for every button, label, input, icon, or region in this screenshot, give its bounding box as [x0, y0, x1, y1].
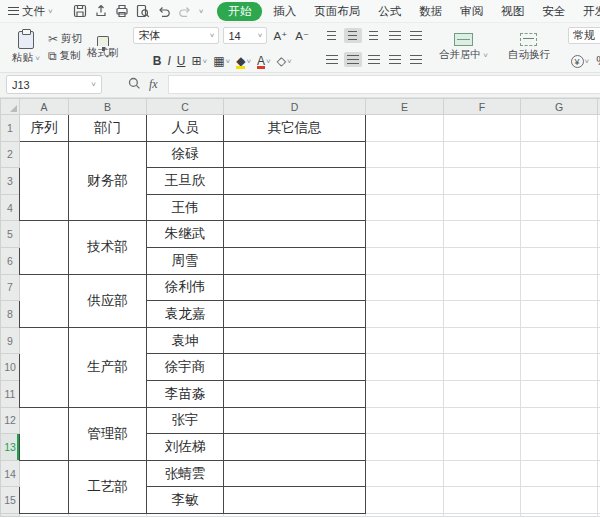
row-header-12[interactable]: 12 [1, 407, 20, 434]
underline-button[interactable]: U [177, 54, 186, 68]
cell-G9[interactable] [521, 327, 598, 354]
cell-B5[interactable]: 技术部 [69, 221, 147, 274]
cell-D4[interactable] [224, 194, 366, 221]
cell-D14[interactable] [224, 460, 366, 487]
align-bottom-button[interactable] [365, 28, 383, 43]
formula-input[interactable] [168, 75, 600, 94]
italic-button[interactable]: I [167, 54, 170, 68]
cell-F6[interactable] [444, 247, 521, 274]
cell-C14[interactable]: 张蜻雲 [147, 460, 224, 487]
cell-G8[interactable] [521, 301, 598, 328]
cell-G16[interactable] [521, 513, 598, 516]
font-name-combo[interactable]: 宋体˅ [133, 27, 219, 44]
cell-D5[interactable] [224, 221, 366, 248]
save-icon[interactable] [73, 4, 87, 18]
cell-G11[interactable] [521, 380, 598, 407]
cell-F14[interactable] [444, 460, 521, 487]
justify-button[interactable] [386, 52, 404, 67]
cell-F12[interactable] [444, 407, 521, 434]
cell-D15[interactable] [224, 487, 366, 514]
cell-D3[interactable] [224, 168, 366, 195]
cell-C9[interactable]: 袁坤 [147, 327, 224, 354]
format-painter-button[interactable]: 格式刷 [84, 34, 122, 62]
cell-E14[interactable] [366, 460, 444, 487]
row-header-8[interactable]: 8 [1, 301, 20, 328]
align-top-button[interactable] [323, 28, 341, 43]
column-header-A[interactable]: A [20, 99, 69, 115]
tab-9[interactable]: 开发工具 [574, 2, 600, 21]
cell-F3[interactable] [444, 168, 521, 195]
row-header-10[interactable]: 10 [1, 354, 20, 381]
cell-A1[interactable]: 序列 [20, 115, 69, 142]
print-icon[interactable] [115, 4, 129, 18]
align-center-button[interactable] [344, 52, 362, 67]
cell-D8[interactable] [224, 301, 366, 328]
align-left-button[interactable] [323, 52, 341, 67]
cell-F1[interactable] [444, 115, 521, 142]
cell-D13[interactable] [224, 434, 366, 461]
cell-G2[interactable] [521, 141, 598, 168]
distributed-button[interactable] [407, 52, 425, 67]
decrease-indent-button[interactable] [386, 28, 404, 43]
cell-B14[interactable]: 工艺部 [69, 460, 147, 513]
cut-button[interactable]: ✂剪切 [48, 32, 82, 46]
column-header-C[interactable]: C [147, 99, 224, 115]
cell-G4[interactable] [521, 194, 598, 221]
row-header-3[interactable]: 3 [1, 168, 20, 195]
cell-F16[interactable] [444, 513, 521, 516]
row-header-13[interactable]: 13 [1, 434, 20, 461]
cell-B16[interactable] [69, 513, 147, 516]
column-header-E[interactable]: E [366, 99, 444, 115]
percent-button[interactable]: % [596, 54, 600, 68]
cell-A16[interactable] [20, 513, 69, 516]
cell-C6[interactable]: 周雪 [147, 247, 224, 274]
customize-toolbar-icon[interactable]: ˅ [199, 7, 204, 16]
cell-E13[interactable] [366, 434, 444, 461]
cell-C2[interactable]: 徐碌 [147, 141, 224, 168]
cell-F4[interactable] [444, 194, 521, 221]
cell-D6[interactable] [224, 247, 366, 274]
cell-E9[interactable] [366, 327, 444, 354]
cell-F11[interactable] [444, 380, 521, 407]
row-header-2[interactable]: 2 [1, 141, 20, 168]
cell-F8[interactable] [444, 301, 521, 328]
redo-icon[interactable] [178, 5, 192, 18]
cell-A9[interactable] [20, 327, 69, 407]
cell-D11[interactable] [224, 380, 366, 407]
row-header-15[interactable]: 15 [1, 487, 20, 514]
fill-color-button[interactable]: ◆˅ [236, 56, 251, 67]
merge-center-button[interactable]: 合并居中 ˅ [433, 33, 494, 62]
fx-button[interactable]: fx [149, 77, 158, 92]
cell-E16[interactable] [366, 513, 444, 516]
cell-G5[interactable] [521, 221, 598, 248]
cell-E11[interactable] [366, 380, 444, 407]
cell-A12[interactable] [20, 407, 69, 460]
column-header-G[interactable]: G [521, 99, 598, 115]
shading-button[interactable]: ▦˅ [213, 54, 230, 68]
cell-G15[interactable] [521, 487, 598, 514]
cell-C16[interactable] [147, 513, 224, 516]
cell-G6[interactable] [521, 247, 598, 274]
tab-1[interactable]: 开始 [217, 2, 262, 21]
output-icon[interactable] [94, 4, 108, 18]
cell-B12[interactable]: 管理部 [69, 407, 147, 460]
tab-5[interactable]: 数据 [410, 2, 451, 21]
tab-8[interactable]: 安全 [533, 2, 574, 21]
cell-D2[interactable] [224, 141, 366, 168]
cell-G13[interactable] [521, 434, 598, 461]
cell-D10[interactable] [224, 354, 366, 381]
cell-C3[interactable]: 王旦欣 [147, 168, 224, 195]
cell-C5[interactable]: 朱继武 [147, 221, 224, 248]
cell-E4[interactable] [366, 194, 444, 221]
cell-E12[interactable] [366, 407, 444, 434]
row-header-5[interactable]: 5 [1, 221, 20, 248]
cell-C4[interactable]: 王伟 [147, 194, 224, 221]
cell-A14[interactable] [20, 460, 69, 513]
cell-C15[interactable]: 李敏 [147, 487, 224, 514]
cell-F15[interactable] [444, 487, 521, 514]
tab-4[interactable]: 公式 [369, 2, 410, 21]
tab-3[interactable]: 页面布局 [305, 2, 369, 21]
font-size-combo[interactable]: 14˅ [223, 27, 267, 44]
cell-G1[interactable] [521, 115, 598, 142]
cell-E3[interactable] [366, 168, 444, 195]
